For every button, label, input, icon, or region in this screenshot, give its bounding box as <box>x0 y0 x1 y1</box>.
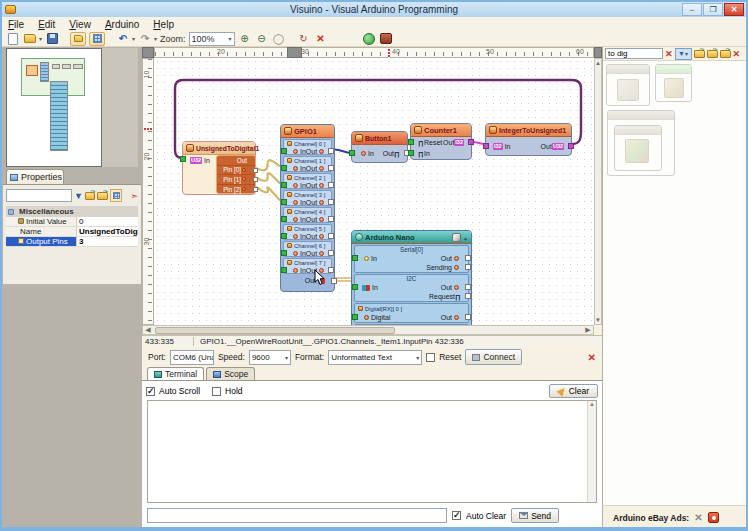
open-file-icon[interactable] <box>23 32 37 45</box>
minimize-button[interactable]: – <box>682 3 702 16</box>
tools-icon[interactable]: ✕ <box>694 512 702 523</box>
gpio-channel-1[interactable]: Channel[ 1 ] InOut <box>283 156 332 172</box>
gpio-channel-3[interactable]: Channel[ 3 ] InOut <box>283 190 332 206</box>
properties-filter-input[interactable] <box>6 189 72 202</box>
close-button[interactable]: ✕ <box>724 3 744 16</box>
format-select[interactable]: Unformatted Text▾ <box>328 350 422 365</box>
refresh-icon[interactable]: ↻ <box>297 32 311 45</box>
close-filter-icon[interactable]: ✕ <box>733 49 741 59</box>
block-arduino-nano[interactable]: Arduino Nano ⌄ Serial[0] In Out Sending <box>351 230 472 325</box>
canvas-vertical-scrollbar[interactable]: ▲ ▼ <box>594 58 602 325</box>
zoom-out-icon[interactable]: ⊖ <box>255 32 269 45</box>
gpio-channel-0[interactable]: Channel[ 0 ] InOut <box>283 139 332 155</box>
palette-component-card[interactable] <box>614 125 662 171</box>
i2c-in-pin[interactable] <box>352 284 358 290</box>
block-gpio1[interactable]: GPIO1 Channel[ 0 ] InOut Channel[ 1 ] In… <box>280 124 335 292</box>
pin-icon[interactable]: ➣ <box>130 191 138 201</box>
zoom-select[interactable]: 100%▾ <box>189 32 235 46</box>
design-canvas[interactable]: UnsignedToDigital1 U32 In Out Pin [0] Pi… <box>154 58 594 325</box>
palette-component-card[interactable] <box>655 64 692 102</box>
tab-terminal[interactable]: Terminal <box>147 367 204 380</box>
collapse-all-icon[interactable] <box>97 192 108 200</box>
u2d-in-pin[interactable] <box>180 156 186 162</box>
expand-all-icon[interactable] <box>85 192 96 200</box>
toggle-grid-icon[interactable] <box>89 32 105 46</box>
maximize-button[interactable]: ❒ <box>703 3 723 16</box>
category-open-icon[interactable] <box>707 50 718 58</box>
block-button1[interactable]: Button1 In Out∏ <box>351 131 408 163</box>
zoom-fit-icon[interactable]: ◯ <box>272 32 286 45</box>
category-up-icon[interactable] <box>694 50 705 58</box>
wrench-icon[interactable] <box>452 233 461 242</box>
save-file-icon[interactable] <box>45 32 59 45</box>
gpio-channel-2[interactable]: Channel[ 2 ] InOut <box>283 173 332 189</box>
terminal-output[interactable]: ▲ <box>147 400 597 503</box>
speed-select[interactable]: 9600▾ <box>249 350 291 365</box>
tab-scope[interactable]: Scope <box>206 367 255 380</box>
send-button[interactable]: Send <box>511 508 559 523</box>
scrollbar-thumb[interactable] <box>155 327 395 334</box>
serial-sending-pin[interactable] <box>465 264 471 270</box>
gpio-channel-6[interactable]: Channel[ 6 ] InOut <box>283 241 332 257</box>
rx-out-pin[interactable] <box>465 314 471 320</box>
filter-funnel-icon[interactable]: ▼ <box>74 191 83 201</box>
port-select[interactable]: COM6 (Unav▾ <box>170 350 214 365</box>
gpio-channel-4[interactable]: Channel[ 4 ] InOut <box>283 207 332 223</box>
ad-stop-icon[interactable] <box>708 512 719 523</box>
clear-search-icon[interactable]: ✕ <box>665 49 673 59</box>
send-input[interactable] <box>147 508 447 523</box>
redo-icon[interactable]: ↷ <box>138 32 152 45</box>
property-row-name[interactable]: Name UnsignedToDigit... <box>6 227 138 237</box>
canvas-horizontal-scrollbar[interactable]: ◀ ▶ <box>142 325 594 335</box>
reset-checkbox[interactable] <box>426 353 435 362</box>
i2c-request-pin[interactable] <box>465 293 471 299</box>
auto-scroll-checkbox[interactable] <box>146 387 155 396</box>
palette-category-card[interactable] <box>607 110 675 176</box>
counter-out-pin[interactable] <box>468 139 474 145</box>
block-counter1[interactable]: Counter1 ∏Reset Out I32 ∏In <box>410 123 472 160</box>
connect-button[interactable]: Connect <box>465 349 522 365</box>
i2u-in-pin[interactable] <box>483 143 489 149</box>
button-in-pin[interactable] <box>349 150 355 156</box>
new-file-icon[interactable] <box>6 32 20 45</box>
counter-reset-pin[interactable] <box>408 139 414 145</box>
properties-tab[interactable]: Properties <box>6 169 64 184</box>
serial-in-pin[interactable] <box>352 255 358 261</box>
menu-arduino[interactable]: Arduino <box>105 19 139 30</box>
gpio-i2c-out-pin[interactable]: Out <box>281 275 334 286</box>
clear-button[interactable]: Clear <box>549 384 598 398</box>
design-minimap[interactable] <box>6 48 102 167</box>
filter-funnel-icon[interactable]: ▼▾ <box>675 48 692 60</box>
collapse-chevron-icon[interactable]: ⌄ <box>463 234 468 241</box>
undo-icon[interactable]: ↶ <box>116 32 130 45</box>
toggle-structure-icon[interactable] <box>70 32 86 46</box>
counter-in-pin[interactable] <box>408 150 414 156</box>
menu-file[interactable]: File <box>8 19 24 30</box>
i2u-out-pin[interactable] <box>568 143 574 149</box>
i2c-out-pin[interactable] <box>465 284 471 290</box>
u2d-pin2[interactable]: Pin [2] <box>217 185 255 195</box>
rx-digital-pin[interactable] <box>352 314 358 320</box>
menu-edit[interactable]: Edit <box>38 19 55 30</box>
palette-component-card[interactable] <box>606 64 650 106</box>
upload-icon[interactable] <box>379 32 393 45</box>
auto-clear-checkbox[interactable] <box>452 511 461 520</box>
block-integertounsigned1[interactable]: IntegerToUnsigned1 I32 In Out U32 <box>485 123 572 156</box>
property-row-output-pins[interactable]: Output Pins 3 <box>6 237 138 247</box>
block-unsignedtodigital1[interactable]: UnsignedToDigital1 U32 In Out Pin [0] Pi… <box>182 141 256 195</box>
delete-icon[interactable]: ✕ <box>314 32 328 45</box>
grid-view-icon[interactable] <box>110 189 122 202</box>
u2d-pin0[interactable]: Pin [0] <box>217 166 255 176</box>
gpio-channel-5[interactable]: Channel[ 5 ] InOut <box>283 224 332 240</box>
property-row-initial-value[interactable]: Initial Value 0 <box>6 217 138 227</box>
zoom-in-icon[interactable]: ⊕ <box>238 32 252 45</box>
serial-out-pin[interactable] <box>465 255 471 261</box>
terminal-scrollbar[interactable]: ▲ <box>587 401 596 502</box>
menu-help[interactable]: Help <box>153 19 174 30</box>
disconnect-icon[interactable]: ✕ <box>588 352 596 363</box>
u2d-pin1[interactable]: Pin [1] <box>217 175 255 185</box>
hold-checkbox[interactable] <box>212 387 221 396</box>
menu-view[interactable]: View <box>69 19 91 30</box>
property-category[interactable]: Miscellaneous <box>6 206 138 217</box>
palette-search-input[interactable] <box>605 48 663 59</box>
